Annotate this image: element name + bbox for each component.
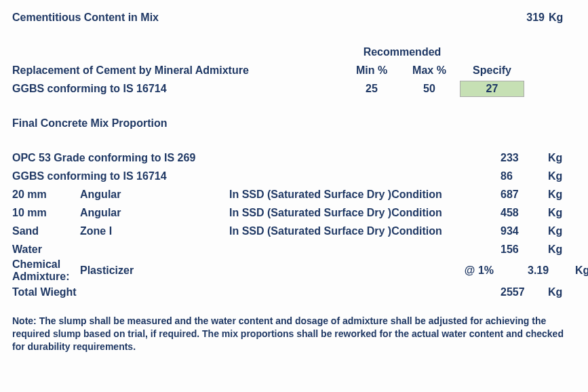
mix-row: Total Wieght2557Kg [12,283,576,301]
mix-value: 687 [494,189,548,201]
max-header: Max % [399,64,460,77]
mix-value: 458 [494,207,548,219]
mix-row: GGBS conforming to IS 1671486Kg [12,167,576,185]
mix-col-c: In SSD (Saturated Surface Dry )Condition [229,189,494,201]
mix-row: Chemical Admixture:Plasticizer@ 1%3.19Kg [12,258,576,283]
mix-unit: Kg [575,264,588,277]
mix-col-a: Water [12,243,494,256]
mix-col-b: Angular [80,189,229,201]
final-mix-table: OPC 53 Grade conforming to IS 269233KgGG… [12,149,576,301]
mix-unit: Kg [548,152,575,164]
mix-row: Water156Kg [12,240,576,258]
replacement-header-row: Replacement of Cement by Mineral Admixtu… [12,61,576,79]
final-mix-title: Final Concrete Mix Proportion [12,114,576,132]
mix-col-a: 20 mm [12,189,80,201]
mix-col-a: GGBS conforming to IS 16714 [12,170,494,182]
mix-unit: Kg [548,225,575,237]
replacement-row-label: Replacement of Cement by Mineral Admixtu… [12,64,345,77]
mix-col-b: Zone I [80,225,229,237]
mix-unit: Kg [548,170,575,182]
cementitious-value: 319 [504,12,549,24]
mix-value: 156 [494,243,548,256]
mix-col-a: Chemical Admixture: [12,258,80,283]
recommended-header-row: Recommended [12,43,576,61]
cementitious-label: Cementitious Content in Mix [12,12,345,24]
mix-col-b: Plasticizer [80,264,229,277]
mix-col-c: In SSD (Saturated Surface Dry )Condition [229,207,494,219]
mix-value: 934 [494,225,548,237]
ggbs-min: 25 [345,83,399,95]
cementitious-unit: Kg [549,12,576,24]
mix-col-c: In SSD (Saturated Surface Dry )Condition [229,225,494,237]
mix-value: 2557 [494,286,548,298]
mix-unit: Kg [548,189,575,201]
mix-col-a: OPC 53 Grade conforming to IS 269 [12,152,494,164]
mix-col-c: @ 1% [229,264,521,277]
mix-row: OPC 53 Grade conforming to IS 269233Kg [12,149,576,167]
mix-unit: Kg [548,286,575,298]
mix-col-a: 10 mm [12,207,80,219]
min-header: Min % [345,64,399,77]
recommended-header: Recommended [345,46,460,58]
mix-value: 3.19 [521,264,575,277]
mix-value: 86 [494,170,548,182]
mix-col-b: Angular [80,207,229,219]
mix-col-a: Total Wieght [12,286,494,298]
mix-unit: Kg [548,207,575,219]
cementitious-row: Cementitious Content in Mix 319 Kg [12,8,576,26]
ggbs-replacement-row: GGBS conforming to IS 16714 25 50 27 [12,79,576,98]
specify-header: Specify [460,64,524,77]
mix-value: 233 [494,152,548,164]
footer-note: Note: The slump shall be measured and th… [12,315,568,353]
ggbs-label: GGBS conforming to IS 16714 [12,83,345,95]
mix-row: 20 mmAngularIn SSD (Saturated Surface Dr… [12,185,576,203]
mix-unit: Kg [548,243,575,256]
mix-col-a: Sand [12,225,80,237]
mix-row: 10 mmAngularIn SSD (Saturated Surface Dr… [12,203,576,222]
ggbs-specify-input[interactable]: 27 [460,81,524,97]
mix-row: SandZone IIn SSD (Saturated Surface Dry … [12,222,576,240]
ggbs-max: 50 [399,83,460,95]
